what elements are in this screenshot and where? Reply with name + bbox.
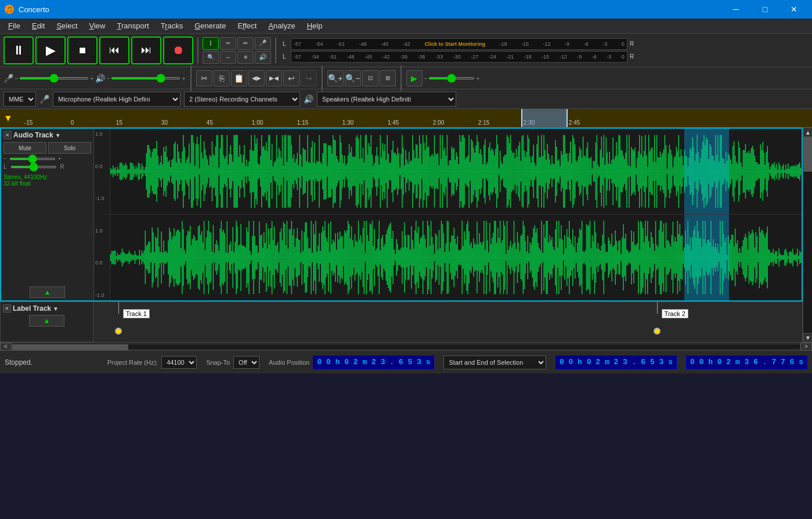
svg-rect-624 <box>133 255 134 260</box>
redo-button[interactable]: ↪ <box>301 70 317 86</box>
svg-rect-546 <box>737 164 738 179</box>
play-button[interactable]: ▶ <box>35 37 66 64</box>
label-track-nav: ▲ <box>3 315 91 326</box>
menu-transport[interactable]: Transport <box>111 20 154 31</box>
project-rate-select[interactable]: 44100 <box>161 356 197 369</box>
label-track-menu-arrow[interactable]: ▼ <box>53 306 59 312</box>
minimize-button[interactable]: ─ <box>723 0 749 19</box>
paste-button[interactable]: 📋 <box>231 70 247 86</box>
input-slider[interactable] <box>19 77 89 79</box>
mic-vu-btn[interactable]: 🎤 <box>255 37 271 50</box>
svg-rect-124 <box>251 135 251 208</box>
audio-track-nav: ▲ <box>3 286 91 298</box>
menu-select[interactable]: Select <box>50 20 83 31</box>
selection-type-select[interactable]: Start and End of Selection <box>443 355 546 369</box>
pause-button[interactable]: ⏸ <box>3 37 34 64</box>
zoom-tool[interactable]: 🔍 <box>203 51 219 64</box>
v-scroll-track[interactable] <box>803 137 812 333</box>
close-button[interactable]: ✕ <box>781 0 807 19</box>
snap-to-select[interactable]: Off <box>233 356 259 369</box>
svg-rect-578 <box>774 162 774 181</box>
scroll-track[interactable] <box>12 344 800 350</box>
timeshift-tool[interactable]: ↔ <box>220 51 236 64</box>
menu-help[interactable]: Help <box>301 20 329 31</box>
svg-rect-1067 <box>644 242 644 273</box>
svg-rect-1191 <box>786 252 787 263</box>
menu-generate[interactable]: Generate <box>189 20 232 31</box>
audio-host-select[interactable]: MME <box>3 92 36 107</box>
label-track-waveform[interactable]: Track 1 Track 2 <box>93 302 802 342</box>
menu-edit[interactable]: Edit <box>26 20 50 31</box>
zoom-in-button[interactable]: 🔍+ <box>327 70 344 86</box>
audio-track-waveform[interactable] <box>110 129 802 300</box>
svg-rect-985 <box>549 235 550 280</box>
zoom-out-button[interactable]: 🔍− <box>345 70 361 86</box>
envelope-tool[interactable]: ✂ <box>220 37 236 50</box>
svg-rect-180 <box>315 164 316 179</box>
v-scroll-up[interactable]: ▲ <box>803 128 812 137</box>
speaker-vu-btn[interactable]: 🔊 <box>255 51 271 64</box>
output-device-select[interactable]: Speakers (Realtek High Definiti <box>317 92 456 107</box>
svg-rect-412 <box>583 136 583 206</box>
playback-slider[interactable] <box>428 77 475 79</box>
svg-rect-62 <box>179 158 180 184</box>
audio-position-display[interactable]: 0 0 h 0 2 m 2 3 . 6 5 3 s <box>313 355 434 369</box>
audio-track-close[interactable]: ✕ <box>3 131 12 139</box>
zoom-fit-button[interactable]: ⊡ <box>362 70 378 86</box>
v-scroll-down[interactable]: ▼ <box>803 333 812 342</box>
selection-end-display[interactable]: 0 0 h 0 2 m 3 6 . 7 7 6 s <box>686 355 807 369</box>
label-text-1[interactable]: Track 1 <box>123 309 150 318</box>
label-text-2[interactable]: Track 2 <box>662 309 688 318</box>
v-scroll-thumb[interactable] <box>803 137 812 172</box>
label-text-2-container: Track 2 <box>662 308 688 318</box>
output-slider[interactable] <box>111 77 181 79</box>
selection-tool[interactable]: I <box>203 37 219 50</box>
selection-start-display[interactable]: 0 0 h 0 2 m 2 3 . 6 5 3 s <box>555 355 677 369</box>
input-device-select[interactable]: Microphone (Realtek High Defini <box>53 92 181 107</box>
channels-select[interactable]: 2 (Stereo) Recording Channels <box>184 92 300 107</box>
audio-track-menu-arrow[interactable]: ▼ <box>55 132 61 139</box>
svg-rect-494 <box>677 151 678 191</box>
draw-tool[interactable]: ✏ <box>237 37 254 50</box>
pan-slider[interactable] <box>10 166 57 168</box>
svg-rect-318 <box>474 153 475 190</box>
menu-tracks[interactable]: Tracks <box>155 20 189 31</box>
menu-view[interactable]: View <box>84 20 111 31</box>
trim-button[interactable]: ◀▶ <box>248 70 265 86</box>
scroll-right-button[interactable]: > <box>800 343 812 351</box>
label-track-close[interactable]: ✕ <box>3 304 11 313</box>
menu-analyze[interactable]: Analyze <box>262 20 301 31</box>
label-track-nav-btn[interactable]: ▲ <box>29 315 65 326</box>
stop-button[interactable]: ■ <box>67 37 98 64</box>
menu-effect[interactable]: Effect <box>232 20 262 31</box>
audio-mute-button[interactable]: Mute <box>3 142 46 154</box>
svg-rect-611 <box>118 255 119 260</box>
record-button[interactable]: ⏺ <box>163 37 193 64</box>
svg-rect-968 <box>530 242 530 273</box>
multi-tool[interactable]: ✳ <box>237 51 254 64</box>
menu-file[interactable]: File <box>2 20 26 31</box>
undo-button[interactable]: ↩ <box>283 70 299 86</box>
skip-end-button[interactable]: ⏭ <box>131 37 161 64</box>
timeline-ruler[interactable]: ▼ -15 0 15 30 45 1:00 1:15 1:30 1:45 2:0… <box>0 109 812 128</box>
copy-button[interactable]: ⎘ <box>214 70 230 86</box>
skip-start-button[interactable]: ⏮ <box>99 37 129 64</box>
cut-button[interactable]: ✂ <box>196 70 212 86</box>
mark--15: -15 <box>24 119 33 126</box>
svg-rect-1071 <box>648 241 649 274</box>
label-dot-1[interactable] <box>115 328 122 335</box>
maximize-button[interactable]: □ <box>752 0 778 19</box>
play-at-speed-button[interactable]: ▶ <box>406 70 423 86</box>
gain-slider[interactable] <box>9 158 56 160</box>
scroll-thumb[interactable] <box>12 344 128 350</box>
zoom-sel-button[interactable]: ⊞ <box>380 70 396 86</box>
label-dot-2[interactable] <box>654 328 661 335</box>
audio-solo-button[interactable]: Solo <box>48 142 91 154</box>
vu-meter-left[interactable]: -57-54-51-48-45-42 Click to Start Monito… <box>291 38 627 50</box>
vu-meter-right[interactable]: -57-54-51-48-45-42-39-36-33-30-27-24-21-… <box>291 51 627 63</box>
svg-rect-896 <box>447 221 447 295</box>
svg-rect-705 <box>226 222 227 294</box>
silence-button[interactable]: ▶◀ <box>266 70 282 86</box>
audio-track-nav-btn[interactable]: ▲ <box>30 286 66 298</box>
scroll-left-button[interactable]: < <box>0 343 12 351</box>
